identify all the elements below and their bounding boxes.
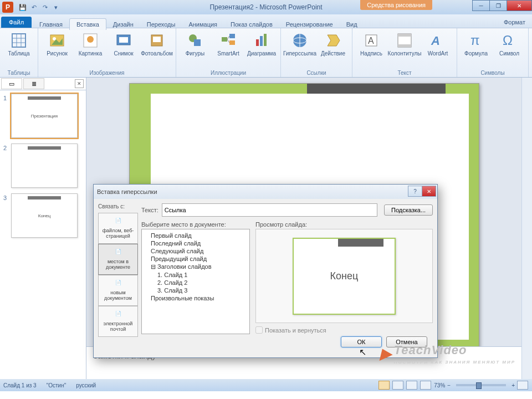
screentip-button[interactable]: Подсказка...	[384, 204, 433, 216]
view-normal-icon[interactable]	[378, 381, 390, 390]
close-button[interactable]: ✕	[507, 0, 532, 11]
minimize-button[interactable]: ─	[472, 0, 490, 11]
slides-panel-close-icon[interactable]: ✕	[75, 79, 84, 88]
view-slideshow-icon[interactable]	[420, 381, 431, 390]
qat-dropdown-icon[interactable]: ▾	[51, 2, 61, 12]
ribbon-screenshot-button[interactable]: Снимок	[108, 32, 139, 57]
slide-thumbnail[interactable]	[11, 144, 78, 188]
svg-text:A: A	[431, 34, 440, 48]
ribbon-photoalbum-button[interactable]: Фотоальбом	[141, 32, 172, 57]
tree-label: Выберите место в документе:	[141, 221, 250, 228]
svg-text:π: π	[470, 33, 480, 48]
svg-text:A: A	[368, 36, 374, 45]
zoom-in-icon[interactable]: +	[511, 382, 515, 388]
ribbon-equation-button[interactable]: πФормула	[461, 32, 492, 57]
status-bar: Слайд 1 из 3 "Остин" русский 73% − +	[0, 379, 532, 391]
svg-rect-23	[264, 34, 267, 46]
view-zoom-controls: 73% − +	[378, 381, 529, 390]
linkto-new-doc-button[interactable]: 📄новымдокументом	[98, 275, 138, 306]
place-in-doc-icon: 📄	[114, 249, 122, 258]
vertical-scrollbar[interactable]	[521, 78, 532, 379]
wordart-icon: A	[429, 32, 447, 49]
ribbon-clipart-button[interactable]: Картинка	[75, 32, 106, 57]
dialog-help-icon[interactable]: ?	[408, 186, 422, 197]
preview-label: Просмотр слайда:	[255, 221, 433, 228]
contextual-tab-label: Средства рисования	[360, 0, 432, 10]
ribbon-tabs: Файл ГлавнаяВставкаДизайнПереходыАнимаци…	[0, 14, 532, 28]
file-tab[interactable]: Файл	[1, 17, 32, 28]
thumbnail-wrap: 1Презентация	[3, 94, 83, 138]
quick-access-toolbar: 💾 ↶ ↷ ▾	[18, 2, 61, 12]
slide-preview-box: Конец	[255, 229, 433, 323]
ribbon-wordart-button[interactable]: AWordArt	[422, 32, 453, 57]
tree-item[interactable]: Последний слайд	[144, 239, 247, 247]
redo-icon[interactable]: ↷	[40, 2, 50, 12]
ribbon-smartart-button[interactable]: SmartArt	[213, 32, 244, 57]
linkto-place-in-doc-button[interactable]: 📄местом вдокументе	[98, 244, 138, 275]
ribbon-headerfooter-button[interactable]: Колонтитулы	[389, 32, 420, 57]
ribbon-item-label: Надпись	[360, 50, 382, 57]
slide-thumbnail[interactable]: Презентация	[11, 94, 78, 138]
ribbon-textbox-button[interactable]: AНадпись	[356, 32, 387, 57]
svg-line-19	[227, 36, 229, 39]
ribbon-item-label: Колонтитулы	[388, 50, 422, 57]
restore-button[interactable]: ❐	[489, 0, 507, 11]
ribbon-group-Текст: AНадписьКолонтитулыAWordArtТекст	[352, 28, 457, 77]
dialog-close-icon[interactable]: ✕	[422, 186, 436, 197]
zoom-slider[interactable]	[456, 384, 506, 386]
fit-to-window-icon[interactable]	[517, 381, 528, 390]
tab-format[interactable]: Формат	[497, 17, 532, 28]
window-controls: ─ ❐ ✕	[473, 0, 532, 11]
ribbon-action-button[interactable]: Действие	[318, 32, 349, 57]
slides-panel: ▭ ≣ ✕ 1Презентация23Конец	[0, 78, 86, 379]
tree-group[interactable]: ⊟ Заголовки слайдов	[144, 263, 247, 271]
linkto-email-button[interactable]: 📄электроннойпочтой	[98, 306, 138, 337]
ok-button[interactable]: ОК	[341, 336, 382, 347]
action-icon	[324, 32, 342, 49]
slides-tab-thumbnails-icon[interactable]: ▭	[1, 78, 22, 89]
thumbnail-wrap: 2	[3, 144, 83, 188]
ribbon-hyperlink-button[interactable]: Гиперссылка	[284, 32, 315, 57]
view-sorter-icon[interactable]	[392, 381, 403, 390]
ribbon-group-Мультимедиа: ВидеоЗвукМультимедиа	[529, 28, 532, 77]
ribbon-group-Иллюстрации: ФигурыSmartArtДиаграммаИллюстрации	[176, 28, 281, 77]
ribbon-item-label: Фигуры	[186, 50, 204, 57]
save-icon[interactable]: 💾	[18, 2, 28, 12]
ribbon-table-button[interactable]: Таблица	[3, 32, 34, 57]
tree-item[interactable]: 1. Слайд 1	[144, 271, 247, 279]
svg-point-9	[87, 36, 94, 43]
ribbon-symbol-button[interactable]: ΩСимвол	[494, 32, 525, 57]
ribbon-picture-button[interactable]: Рисунок	[42, 32, 73, 57]
linkto-file-web-button[interactable]: 📄файлом, веб-страницей	[98, 213, 138, 244]
tree-item[interactable]: Первый слайд	[144, 232, 247, 239]
zoom-out-icon[interactable]: −	[447, 382, 451, 388]
preview-text: Конец	[330, 270, 359, 282]
ribbon-chart-button[interactable]: Диаграмма	[246, 32, 277, 57]
show-and-return-label: Показать и вернуться	[265, 327, 326, 334]
slides-tab-outline-icon[interactable]: ≣	[23, 78, 44, 89]
slide-thumbnail[interactable]: Конец	[11, 193, 78, 238]
display-text-input[interactable]	[162, 203, 377, 217]
screenshot-icon	[115, 32, 132, 49]
ribbon-item-label: Гиперссылка	[283, 50, 316, 57]
picture-icon	[48, 32, 66, 49]
ribbon-shapes-button[interactable]: Фигуры	[180, 32, 211, 57]
svg-point-6	[53, 37, 56, 40]
ribbon-group-Таблицы: ТаблицаТаблицы	[0, 28, 38, 77]
svg-rect-32	[398, 44, 411, 47]
tree-item[interactable]: 3. Слайд 3	[144, 287, 247, 294]
tree-item[interactable]: 2. Слайд 2	[144, 279, 247, 287]
app-icon: P	[2, 2, 13, 13]
svg-rect-22	[260, 36, 263, 46]
tree-item[interactable]: Следующий слайд	[144, 247, 247, 255]
zoom-thumb[interactable]	[476, 382, 482, 389]
ribbon-item-label: Снимок	[114, 50, 133, 57]
ribbon-item-label: Символ	[499, 50, 519, 57]
tree-item[interactable]: Предыдущий слайд	[144, 255, 247, 263]
chart-icon	[253, 32, 270, 49]
document-place-tree[interactable]: Первый слайдПоследний слайдСледующий сла…	[141, 229, 250, 334]
view-reading-icon[interactable]	[406, 381, 417, 390]
tree-item[interactable]: Произвольные показы	[144, 294, 247, 302]
undo-icon[interactable]: ↶	[29, 2, 39, 12]
ribbon-item-label: Действие	[321, 50, 345, 57]
